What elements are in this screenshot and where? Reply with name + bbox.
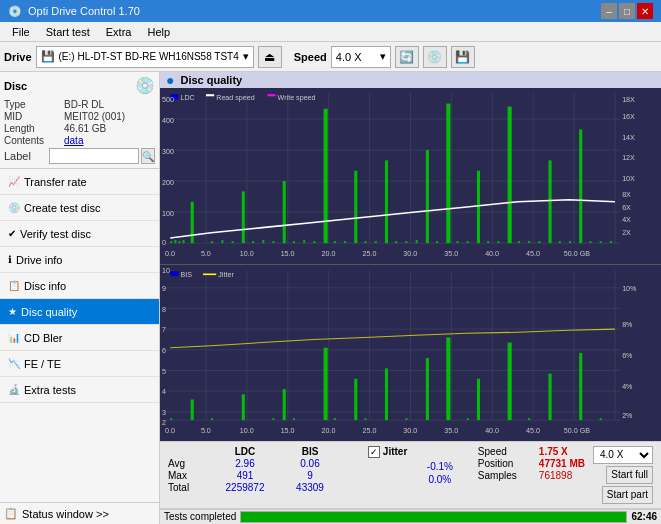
samples-row: Samples 761898: [478, 470, 585, 481]
status-window-button[interactable]: 📋 Status window >>: [0, 502, 159, 524]
svg-text:200: 200: [162, 178, 174, 187]
svg-text:35.0: 35.0: [444, 425, 458, 434]
disc-info-label: Disc info: [24, 280, 66, 292]
position-label: Position: [478, 458, 533, 469]
svg-rect-129: [385, 368, 388, 420]
status-window-label: Status window >>: [22, 508, 109, 520]
speed-selector[interactable]: 4.0 X ▾: [331, 46, 391, 68]
sidebar-item-verify-test-disc[interactable]: ✔ Verify test disc: [0, 221, 159, 247]
speed-value: 4.0 X: [336, 51, 362, 63]
sidebar-item-disc-quality[interactable]: ★ Disc quality: [0, 299, 159, 325]
label-input[interactable]: [49, 148, 139, 164]
label-search-button[interactable]: 🔍: [141, 148, 155, 164]
start-full-button[interactable]: Start full: [606, 466, 653, 484]
svg-rect-123: [283, 389, 286, 420]
total-label: Total: [168, 482, 210, 493]
svg-text:50.0 GB: 50.0 GB: [564, 425, 590, 434]
eject-button[interactable]: ⏏: [258, 46, 282, 68]
svg-rect-34: [272, 241, 274, 243]
right-controls: 4.0 X 2.0 X 8.0 X Start full Start part: [589, 444, 657, 506]
svg-rect-45: [385, 160, 388, 243]
start-part-button[interactable]: Start part: [602, 486, 653, 504]
svg-rect-137: [549, 373, 552, 420]
svg-text:3: 3: [162, 408, 166, 417]
svg-rect-120: [211, 418, 213, 420]
svg-text:18X: 18X: [622, 95, 635, 104]
svg-rect-24: [174, 240, 176, 243]
sidebar-item-create-test-disc[interactable]: 💿 Create test disc: [0, 195, 159, 221]
menu-file[interactable]: File: [4, 24, 38, 40]
svg-text:50.0 GB: 50.0 GB: [564, 248, 590, 257]
jitter-checkbox[interactable]: ✓: [368, 446, 380, 458]
minimize-button[interactable]: –: [601, 3, 617, 19]
chevron-speed-icon: ▾: [380, 50, 386, 63]
menu-extra[interactable]: Extra: [98, 24, 140, 40]
maximize-button[interactable]: □: [619, 3, 635, 19]
svg-text:25.0: 25.0: [362, 425, 376, 434]
speed-dropdown-select[interactable]: 4.0 X 2.0 X 8.0 X: [593, 446, 653, 464]
extra-tests-label: Extra tests: [24, 384, 76, 396]
contents-value[interactable]: data: [64, 135, 83, 146]
create-test-disc-label: Create test disc: [24, 202, 100, 214]
svg-rect-43: [364, 241, 366, 243]
max-bis: 9: [280, 470, 340, 481]
sidebar-item-drive-info[interactable]: ℹ Drive info: [0, 247, 159, 273]
svg-text:15.0: 15.0: [281, 425, 295, 434]
length-value: 46.61 GB: [64, 123, 106, 134]
menu-start-test[interactable]: Start test: [38, 24, 98, 40]
menu-help[interactable]: Help: [139, 24, 178, 40]
svg-rect-133: [467, 418, 469, 420]
svg-rect-132: [446, 337, 450, 420]
save-button[interactable]: 💾: [451, 46, 475, 68]
status-text: Tests completed: [164, 511, 236, 522]
svg-rect-39: [324, 109, 328, 243]
refresh-button[interactable]: 🔄: [395, 46, 419, 68]
total-bis: 43309: [280, 482, 340, 493]
svg-rect-57: [508, 107, 512, 244]
close-button[interactable]: ✕: [637, 3, 653, 19]
samples-value: 761898: [539, 470, 572, 481]
progress-bar-fill: [241, 512, 626, 522]
sidebar-item-cd-bler[interactable]: 📊 CD Bler: [0, 325, 159, 351]
total-row: Total 2259872 43309: [168, 482, 360, 493]
charts-container: LDC Read speed Write speed: [160, 88, 661, 441]
svg-rect-32: [252, 241, 254, 243]
svg-text:0: 0: [162, 238, 166, 247]
progress-bar-container: [240, 511, 627, 523]
svg-text:6: 6: [162, 346, 166, 355]
avg-label: Avg: [168, 458, 210, 469]
svg-rect-27: [191, 202, 194, 243]
status-window-icon: 📋: [4, 507, 18, 520]
svg-text:5.0: 5.0: [201, 425, 211, 434]
svg-rect-58: [518, 241, 520, 243]
svg-rect-127: [354, 379, 357, 420]
sidebar-item-extra-tests[interactable]: 🔬 Extra tests: [0, 377, 159, 403]
svg-rect-36: [293, 241, 295, 243]
svg-text:14X: 14X: [622, 133, 635, 142]
svg-text:400: 400: [162, 116, 174, 125]
svg-rect-122: [272, 418, 274, 420]
svg-text:8: 8: [162, 304, 166, 313]
drive-selector[interactable]: 💾 (E:) HL-DT-ST BD-RE WH16NS58 TST4 ▾: [36, 46, 254, 68]
svg-text:6X: 6X: [622, 203, 631, 212]
svg-rect-40: [334, 241, 336, 243]
drive-value: (E:) HL-DT-ST BD-RE WH16NS58 TST4: [59, 51, 239, 62]
label-label: Label: [4, 150, 47, 162]
verify-test-disc-icon: ✔: [8, 228, 16, 239]
mid-label: MID: [4, 111, 64, 122]
disc-panel-icon: 💿: [135, 76, 155, 95]
jitter-max-row: 0.0%: [368, 474, 470, 485]
svg-text:8X: 8X: [622, 190, 631, 199]
bis-header: BIS: [280, 446, 340, 457]
jitter-label: Jitter: [383, 446, 407, 457]
total-ldc: 2259872: [210, 482, 280, 493]
sidebar-item-fe-te[interactable]: 📉 FE / TE: [0, 351, 159, 377]
svg-rect-134: [477, 379, 480, 420]
svg-rect-67: [610, 241, 612, 243]
svg-rect-53: [467, 241, 469, 243]
ldc-header: LDC: [210, 446, 280, 457]
sidebar-item-disc-info[interactable]: 📋 Disc info: [0, 273, 159, 299]
svg-rect-38: [313, 241, 315, 243]
sidebar-item-transfer-rate[interactable]: 📈 Transfer rate: [0, 169, 159, 195]
disc-button[interactable]: 💿: [423, 46, 447, 68]
